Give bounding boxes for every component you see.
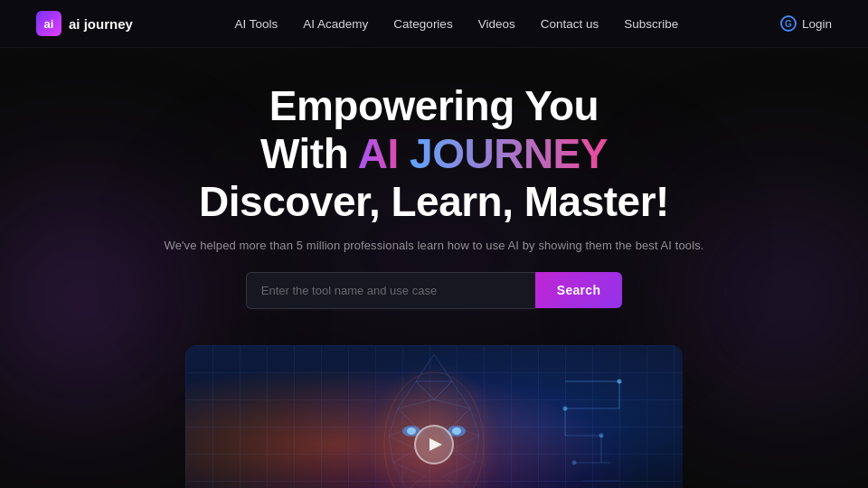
- face-mesh-svg: [344, 345, 524, 488]
- circuit-svg: [556, 363, 628, 488]
- svg-point-33: [572, 460, 577, 465]
- play-button[interactable]: [414, 425, 454, 465]
- logo-text: ai journey: [69, 16, 133, 32]
- svg-line-15: [434, 381, 452, 399]
- hero-title: Empowering You With AI JOURNEY Discover,…: [18, 82, 850, 226]
- hero-subtitle: We've helped more than 5 million profess…: [18, 239, 850, 252]
- hero-journey-text: JOURNEY: [410, 130, 608, 177]
- nav-subscribe[interactable]: Subscribe: [624, 17, 678, 31]
- svg-marker-6: [452, 436, 479, 463]
- svg-marker-1: [398, 381, 434, 408]
- nav-videos[interactable]: Videos: [478, 17, 515, 31]
- svg-point-31: [563, 406, 568, 410]
- google-icon: G: [780, 15, 797, 32]
- video-bg: [185, 345, 683, 488]
- svg-point-11: [407, 427, 416, 435]
- nav-categories[interactable]: Categories: [393, 17, 452, 31]
- nav-contact[interactable]: Contact us: [541, 17, 599, 31]
- hero-ai-text: AI: [358, 130, 410, 177]
- svg-point-32: [599, 433, 604, 437]
- logo[interactable]: ai ai journey: [36, 11, 133, 36]
- navbar: ai ai journey AI Tools AI Academy Catego…: [0, 0, 868, 48]
- svg-marker-0: [416, 354, 452, 381]
- svg-point-30: [618, 379, 622, 383]
- svg-line-14: [416, 381, 434, 399]
- hero-section: Empowering You With AI JOURNEY Discover,…: [0, 48, 868, 329]
- nav-ai-academy[interactable]: AI Academy: [303, 17, 368, 31]
- svg-marker-7: [393, 463, 425, 488]
- svg-line-16: [398, 408, 416, 427]
- play-icon: [429, 438, 442, 451]
- search-bar: Search: [18, 272, 850, 309]
- logo-icon: ai: [36, 11, 61, 36]
- svg-marker-2: [434, 381, 470, 408]
- nav-ai-tools[interactable]: AI Tools: [235, 17, 278, 31]
- nav-right: G Login: [780, 15, 832, 32]
- search-input-wrapper: [246, 272, 535, 309]
- search-input[interactable]: [246, 272, 535, 309]
- svg-point-12: [452, 427, 461, 435]
- svg-marker-5: [389, 436, 416, 463]
- login-button[interactable]: Login: [802, 17, 832, 31]
- svg-marker-8: [443, 463, 475, 488]
- video-container[interactable]: [185, 345, 683, 488]
- search-button[interactable]: Search: [535, 272, 623, 308]
- nav-links: AI Tools AI Academy Categories Videos Co…: [235, 15, 679, 32]
- svg-line-17: [452, 408, 470, 427]
